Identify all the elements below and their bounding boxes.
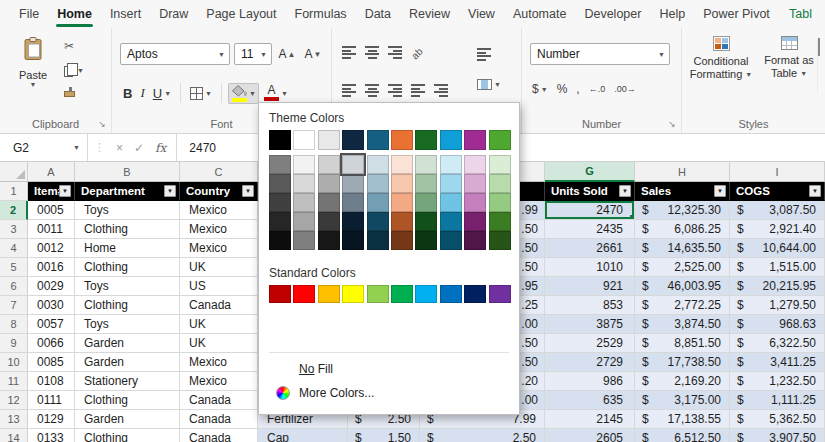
cell-a5[interactable]: 0016: [28, 258, 75, 277]
cell-b13[interactable]: Garden: [75, 410, 180, 429]
cell-c11[interactable]: Mexico: [180, 372, 258, 391]
comma-style-button[interactable]: ,: [576, 82, 579, 96]
cell-g12[interactable]: 635: [545, 391, 635, 410]
standard-color-1[interactable]: [269, 285, 291, 303]
cell-h5[interactable]: $2,525.00: [635, 258, 730, 277]
cell-b6[interactable]: Toys: [75, 277, 180, 296]
cell-g10[interactable]: 2729: [545, 353, 635, 372]
theme-tint-r2-c9[interactable]: [464, 174, 486, 193]
cell-i6[interactable]: $20,215.95: [730, 277, 825, 296]
theme-tint-r3-c7[interactable]: [415, 193, 437, 212]
cell-h2[interactable]: $12,325.30: [635, 201, 730, 220]
enter-icon[interactable]: ✓: [134, 141, 144, 155]
cell-h8[interactable]: $3,874.50: [635, 315, 730, 334]
cell-h3[interactable]: $6,086.25: [635, 220, 730, 239]
cell-a9[interactable]: 0066: [28, 334, 75, 353]
theme-tint-r1-c5[interactable]: [367, 155, 389, 174]
font-size-combo[interactable]: 11▼: [234, 43, 272, 65]
cell-g6[interactable]: 921: [545, 277, 635, 296]
header-cell-g1[interactable]: Units Sold▼: [545, 182, 635, 201]
cell-b9[interactable]: Garden: [75, 334, 180, 353]
cancel-icon[interactable]: ×: [116, 141, 123, 155]
theme-tint-r2-c6[interactable]: [391, 174, 413, 193]
theme-color-10[interactable]: [489, 130, 511, 150]
filter-icon-b1[interactable]: ▼: [164, 185, 176, 197]
theme-tint-r5-c1[interactable]: [269, 231, 291, 250]
cell-c3[interactable]: Mexico: [180, 220, 258, 239]
standard-color-3[interactable]: [318, 285, 340, 303]
cell-a10[interactable]: 0085: [28, 353, 75, 372]
cell-a11[interactable]: 0108: [28, 372, 75, 391]
cell-i4[interactable]: $10,644.00: [730, 239, 825, 258]
theme-tint-r4-c1[interactable]: [269, 212, 291, 231]
orientation-button[interactable]: ab: [409, 44, 427, 62]
tab-formulas[interactable]: Formulas: [286, 0, 356, 28]
format-painter-button[interactable]: [64, 86, 104, 102]
cell-i13[interactable]: $5,362.50: [730, 410, 825, 429]
column-header-i[interactable]: I: [730, 162, 825, 182]
filter-icon-c1[interactable]: ▼: [242, 185, 254, 197]
theme-tint-r2-c3[interactable]: [318, 174, 340, 193]
tab-draw[interactable]: Draw: [150, 0, 197, 28]
tab-home[interactable]: Home: [48, 0, 101, 28]
tab-developer[interactable]: Developer: [575, 0, 650, 28]
standard-color-10[interactable]: [489, 285, 511, 303]
theme-tint-r3-c3[interactable]: [318, 193, 340, 212]
filter-icon-i1[interactable]: ▼: [809, 185, 821, 197]
cell-i5[interactable]: $1,515.00: [730, 258, 825, 277]
theme-tint-r1-c9[interactable]: [464, 155, 486, 174]
standard-color-6[interactable]: [391, 285, 413, 303]
theme-tint-r1-c10[interactable]: [489, 155, 511, 174]
tab-insert[interactable]: Insert: [101, 0, 150, 28]
cut-button[interactable]: ✂: [64, 38, 104, 54]
row-header-1[interactable]: 1: [0, 182, 28, 201]
cell-b2[interactable]: Toys: [75, 201, 180, 220]
conditional-formatting-button[interactable]: Conditional Formatting▼: [688, 36, 754, 81]
merge-center-button[interactable]: ▼: [474, 77, 504, 92]
cell-a2[interactable]: 0005: [28, 201, 75, 220]
cell-a13[interactable]: 0129: [28, 410, 75, 429]
theme-tint-r3-c5[interactable]: [367, 193, 389, 212]
cell-g13[interactable]: 2145: [545, 410, 635, 429]
cell-h12[interactable]: $3,175.00: [635, 391, 730, 410]
align-left-button[interactable]: [342, 84, 356, 97]
column-header-c[interactable]: C: [180, 162, 258, 182]
theme-tint-r3-c1[interactable]: [269, 193, 291, 212]
cell-c5[interactable]: UK: [180, 258, 258, 277]
formula-input[interactable]: 2470: [177, 141, 216, 155]
theme-color-8[interactable]: [440, 130, 462, 150]
theme-tint-r3-c9[interactable]: [464, 193, 486, 212]
tab-automate[interactable]: Automate: [504, 0, 576, 28]
tab-view[interactable]: View: [459, 0, 504, 28]
cell-c10[interactable]: Mexico: [180, 353, 258, 372]
theme-tint-r5-c5[interactable]: [367, 231, 389, 250]
cell-b14[interactable]: Clothing: [75, 429, 180, 442]
tab-data[interactable]: Data: [356, 0, 400, 28]
theme-tint-r1-c8[interactable]: [440, 155, 462, 174]
cell-c6[interactable]: US: [180, 277, 258, 296]
cell-c2[interactable]: Mexico: [180, 201, 258, 220]
name-box[interactable]: G2▼: [0, 134, 88, 161]
theme-color-9[interactable]: [464, 130, 486, 150]
row-header-7[interactable]: 7: [0, 296, 28, 315]
theme-tint-r5-c6[interactable]: [391, 231, 413, 250]
theme-tint-r1-c6[interactable]: [391, 155, 413, 174]
theme-tint-r2-c1[interactable]: [269, 174, 291, 193]
wrap-text-button[interactable]: [474, 46, 504, 63]
theme-tint-r1-c2[interactable]: [293, 155, 315, 174]
no-fill-menu-item[interactable]: No Fill: [269, 357, 509, 381]
cell-c4[interactable]: Mexico: [180, 239, 258, 258]
theme-color-3[interactable]: [318, 130, 340, 150]
cell-i3[interactable]: $2,921.40: [730, 220, 825, 239]
font-color-button[interactable]: A ▼: [261, 83, 291, 103]
cell-i9[interactable]: $6,322.50: [730, 334, 825, 353]
theme-tint-r4-c6[interactable]: [391, 212, 413, 231]
theme-tint-r3-c6[interactable]: [391, 193, 413, 212]
fill-color-button[interactable]: ▼: [228, 83, 259, 104]
italic-button[interactable]: I: [137, 83, 147, 103]
cell-i2[interactable]: $3,087.50: [730, 201, 825, 220]
row-header-3[interactable]: 3: [0, 220, 28, 239]
theme-tint-r2-c4[interactable]: [342, 174, 364, 193]
increase-decimal-button[interactable]: ←.0: [589, 84, 606, 94]
header-cell-c1[interactable]: Country▼: [180, 182, 258, 201]
